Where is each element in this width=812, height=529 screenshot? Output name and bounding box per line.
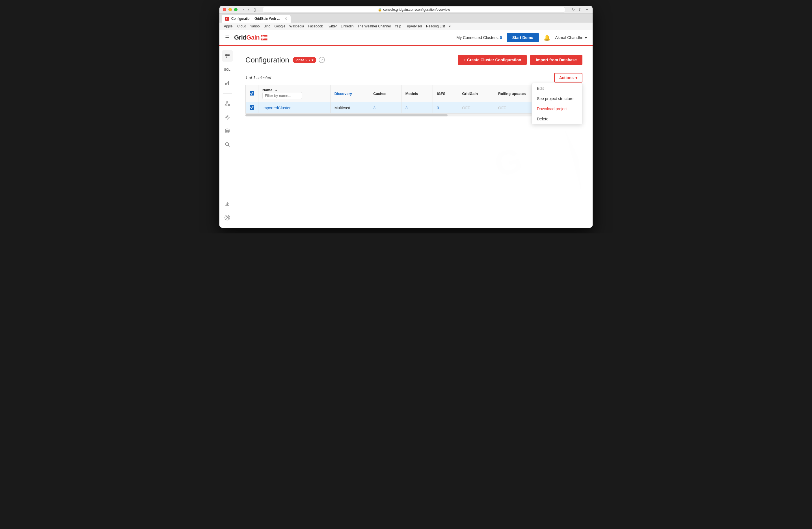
nav-menu-button[interactable]: ☰ xyxy=(225,34,230,41)
caches-value: 3 xyxy=(373,106,376,110)
url-text: console.gridgain.com/configuration/overv… xyxy=(383,8,450,12)
share-button[interactable]: ⇧ xyxy=(577,8,582,12)
sidebar-item-sql[interactable]: SQL xyxy=(222,64,233,75)
table-toolbar: 1 of 1 selected Actions ▾ Edit See proje… xyxy=(245,73,582,83)
bookmark-facebook[interactable]: Facebook xyxy=(308,24,323,28)
bookmark-tripadvisor[interactable]: TripAdvisor xyxy=(405,24,422,28)
th-caches-label: Caches xyxy=(373,91,386,96)
actions-button[interactable]: Actions ▾ xyxy=(554,73,582,83)
notifications-button[interactable]: 🔔 xyxy=(543,34,550,41)
name-filter-input[interactable] xyxy=(262,92,302,99)
bookmark-yelp[interactable]: Yelp xyxy=(395,24,401,28)
th-gridgain-label: GridGain xyxy=(462,91,478,96)
td-discovery: Multicast xyxy=(330,102,369,114)
bookmark-icloud[interactable]: iCloud xyxy=(237,24,246,28)
svg-rect-4 xyxy=(261,39,267,40)
minimize-button[interactable] xyxy=(229,8,232,11)
brand-logo[interactable]: GridGain xyxy=(234,34,267,41)
dropdown-item-see-structure[interactable]: See project structure xyxy=(532,93,582,104)
dropdown-item-edit[interactable]: Edit xyxy=(532,83,582,93)
tab-close-button[interactable]: ✕ xyxy=(285,17,287,20)
svg-rect-29 xyxy=(487,123,588,216)
svg-point-15 xyxy=(227,101,228,103)
bookmark-google[interactable]: Google xyxy=(275,24,286,28)
tab-title: Configuration - GridGain Web Console xyxy=(231,17,282,20)
bookmark-bing[interactable]: Bing xyxy=(264,24,271,28)
th-gridgain: GridGain xyxy=(458,85,494,102)
svg-line-18 xyxy=(226,103,227,105)
models-value: 3 xyxy=(405,106,408,110)
bookmark-twitter[interactable]: Twitter xyxy=(327,24,337,28)
start-demo-button[interactable]: Start Demo xyxy=(507,33,539,42)
sidebar-item-database[interactable] xyxy=(222,125,233,136)
sidebar-item-settings[interactable] xyxy=(222,112,233,123)
bookmark-weather[interactable]: The Weather Channel xyxy=(358,24,391,28)
create-cluster-button[interactable]: + Create Cluster Configuration xyxy=(458,55,527,65)
sidebar: SQL xyxy=(219,46,235,228)
back-button[interactable]: ‹ xyxy=(242,8,245,12)
svg-rect-14 xyxy=(228,82,229,85)
import-database-button[interactable]: Import from Database xyxy=(530,55,582,65)
actions-chevron-icon: ▾ xyxy=(575,75,577,80)
browser-tab[interactable]: G Configuration - GridGain Web Console ✕ xyxy=(222,15,291,23)
th-caches: Caches xyxy=(369,85,401,102)
url-bar[interactable]: 🔒 console.gridgain.com/configuration/ove… xyxy=(263,7,565,12)
ignite-badge-chevron-icon: ▾ xyxy=(311,58,314,62)
brand-flag-icon xyxy=(261,35,267,40)
watermark: G xyxy=(487,123,591,226)
bookmark-linkedin[interactable]: LinkedIn xyxy=(341,24,353,28)
sidebar-item-agent[interactable] xyxy=(222,212,233,223)
svg-point-10 xyxy=(228,55,229,56)
sidebar-item-configuration[interactable] xyxy=(222,50,233,62)
reload-button[interactable]: ↻ xyxy=(572,8,575,12)
svg-rect-12 xyxy=(225,84,226,85)
brand-gain-text: Gain xyxy=(246,34,260,41)
row-checkbox[interactable] xyxy=(250,105,254,109)
th-discovery-link[interactable]: Discovery xyxy=(334,91,352,96)
cluster-name-link[interactable]: ImportedCluster xyxy=(262,106,291,110)
th-checkbox xyxy=(246,85,258,102)
select-all-checkbox[interactable] xyxy=(250,91,254,95)
th-discovery: Discovery xyxy=(330,85,369,102)
svg-point-16 xyxy=(225,105,226,106)
maximize-button[interactable] xyxy=(234,8,237,11)
bookmark-yahoo[interactable]: Yahoo xyxy=(250,24,260,28)
user-name: Akmal Chaudhri xyxy=(555,35,583,40)
th-models-label: Models xyxy=(405,91,418,96)
bookmark-apple[interactable]: Apple xyxy=(224,24,233,28)
ignite-version-text: Ignite 2.7 xyxy=(295,58,311,62)
user-chevron-icon: ▾ xyxy=(585,35,587,40)
sql-icon: SQL xyxy=(224,68,230,71)
svg-point-17 xyxy=(228,105,230,106)
nav-user[interactable]: Akmal Chaudhri ▾ xyxy=(555,35,587,40)
tab-favicon: G xyxy=(225,17,229,20)
help-icon[interactable]: ? xyxy=(319,57,325,63)
sidebar-item-monitoring[interactable] xyxy=(222,77,233,89)
brand-grid-text: Grid xyxy=(234,34,246,41)
th-name-label: Name xyxy=(262,88,272,92)
th-igfs-label: IGFS xyxy=(437,91,445,96)
page-title: Configuration xyxy=(245,56,289,64)
dropdown-item-download-project[interactable]: Download project xyxy=(532,104,582,114)
svg-point-11 xyxy=(226,57,227,58)
dropdown-item-delete[interactable]: Delete xyxy=(532,114,582,124)
bookmark-wikipedia[interactable]: Wikipedia xyxy=(289,24,304,28)
new-tab-button[interactable]: + xyxy=(585,8,589,12)
svg-point-22 xyxy=(225,129,229,131)
sidebar-item-queries[interactable] xyxy=(222,139,233,150)
nav-clusters-count[interactable]: 0 xyxy=(500,35,502,40)
lock-icon: 🔒 xyxy=(378,8,382,12)
sidebar-toggle-button[interactable]: ▯ xyxy=(253,8,256,12)
gridgain-value: OFF xyxy=(462,106,470,110)
forward-button[interactable]: › xyxy=(247,8,250,12)
bookmark-reading-list[interactable]: Reading List xyxy=(426,24,445,28)
sidebar-item-clusters[interactable] xyxy=(222,98,233,109)
rolling-updates-value: OFF xyxy=(498,106,506,110)
nav-clusters: My Connected Clusters: 0 xyxy=(456,35,502,40)
close-button[interactable] xyxy=(223,8,226,11)
ignite-version-badge[interactable]: Ignite 2.7 ▾ xyxy=(293,57,317,63)
actions-dropdown: Edit See project structure Download proj… xyxy=(532,83,582,124)
sidebar-item-download[interactable] xyxy=(222,199,233,210)
th-rolling-updates-label: Rolling updates xyxy=(498,91,526,96)
selection-info: 1 of 1 selected xyxy=(245,75,271,80)
